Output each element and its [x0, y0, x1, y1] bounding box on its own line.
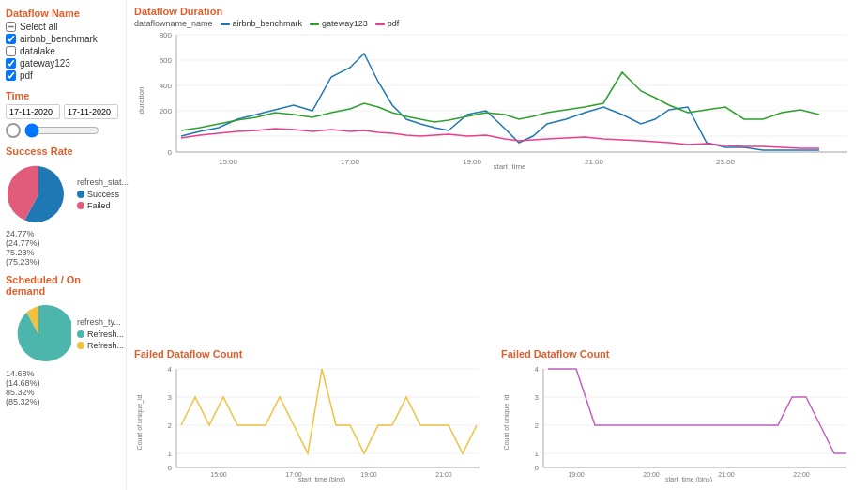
- success-legend-item: Success: [77, 190, 129, 199]
- date-to-input[interactable]: [64, 104, 118, 119]
- refresh2-pct-label: 14.68%: [6, 369, 120, 378]
- refresh-stat-label: refresh_stat...: [77, 177, 129, 187]
- svg-text:200: 200: [160, 107, 173, 115]
- checkbox-item-1: airbnb_benchmark: [6, 34, 120, 44]
- svg-text:0: 0: [168, 464, 173, 472]
- refresh2-label: Refresh...: [87, 341, 124, 350]
- checkbox-select-all[interactable]: [6, 22, 16, 32]
- refresh-ty-label: refresh_ty...: [77, 317, 124, 327]
- svg-text:2: 2: [535, 421, 540, 430]
- svg-text:0: 0: [535, 464, 540, 472]
- checkbox-label-4: pdf: [20, 70, 33, 81]
- svg-text:19:00: 19:00: [568, 471, 585, 478]
- time-slider[interactable]: [24, 123, 99, 138]
- success-rate-section: Success Rate refresh_stat... Success: [6, 145, 120, 267]
- success-pie-chart: [6, 161, 71, 227]
- time-slider-container: [6, 123, 120, 138]
- svg-text:Count of unique_id: Count of unique_id: [503, 395, 510, 451]
- checkbox-item-3: gateway123: [6, 58, 120, 69]
- pdf-legend-dot: [375, 23, 385, 25]
- date-from-input[interactable]: [6, 104, 60, 119]
- checkbox-item-2: datalake: [6, 46, 120, 56]
- svg-text:Count of unique_id: Count of unique_id: [136, 395, 144, 451]
- gateway-legend-label: gateway123: [322, 19, 368, 28]
- svg-text:3: 3: [168, 393, 173, 402]
- success-pct-label: 75.23%: [6, 248, 120, 257]
- failed-val-label: (24.77%): [6, 238, 120, 248]
- refresh2-val-label: (14.68%): [6, 378, 120, 388]
- failed-count-line: [181, 369, 477, 453]
- failed-count2-title: Failed Dataflow Count: [501, 348, 860, 360]
- scheduled-title: Scheduled / On demand: [6, 274, 120, 297]
- duration-chart-container: Dataflow Duration dataflowname_name airb…: [134, 6, 860, 343]
- dataflow-checkboxes: Select allairbnb_benchmarkdatalakegatewa…: [6, 22, 120, 81]
- svg-text:21:00: 21:00: [435, 471, 452, 478]
- svg-text:duration: duration: [137, 87, 145, 115]
- svg-text:20:00: 20:00: [643, 471, 660, 478]
- gateway-line: [181, 72, 819, 130]
- failed-count-chart-container: Failed Dataflow Count 4 3 2 1 0 Count of…: [134, 348, 494, 484]
- refresh1-pct-label: 85.32%: [6, 388, 120, 397]
- gateway-legend: gateway123: [310, 19, 368, 28]
- failed-pct-label: 24.77%: [6, 229, 120, 238]
- svg-text:17:00: 17:00: [341, 158, 360, 166]
- svg-text:1: 1: [535, 450, 540, 458]
- airbnb-legend-label: airbnb_benchmark: [233, 19, 303, 28]
- airbnb-legend-dot: [221, 23, 230, 25]
- svg-text:19:00: 19:00: [463, 158, 482, 166]
- success-rate-title: Success Rate: [6, 145, 120, 157]
- slider-handle[interactable]: [6, 123, 21, 138]
- checkbox-item-4: pdf: [6, 70, 120, 81]
- scheduled-section: Scheduled / On demand refresh_ty... Refr…: [6, 274, 120, 406]
- checkbox-item-0: Select all: [6, 22, 120, 32]
- svg-text:2: 2: [168, 421, 173, 430]
- scheduled-legend: refresh_ty... Refresh... Refresh...: [77, 317, 124, 352]
- sidebar: Dataflow Name Select allairbnb_benchmark…: [0, 0, 127, 490]
- checkbox-gateway123[interactable]: [6, 58, 16, 69]
- refresh1-val-label: (85.32%): [6, 397, 120, 406]
- checkbox-pdf[interactable]: [6, 70, 16, 81]
- svg-text:0: 0: [168, 148, 173, 157]
- svg-text:600: 600: [160, 56, 173, 65]
- checkbox-label-2: datalake: [20, 46, 55, 56]
- checkbox-label-0: Select all: [20, 22, 58, 32]
- success-legend: refresh_stat... Success Failed: [77, 177, 129, 212]
- time-title: Time: [6, 90, 120, 101]
- svg-text:19:00: 19:00: [360, 471, 377, 478]
- svg-text:start_time (bins): start_time (bins): [298, 476, 345, 482]
- refresh1-legend-item: Refresh...: [77, 329, 124, 339]
- refresh2-dot: [77, 342, 84, 349]
- svg-text:400: 400: [160, 82, 173, 90]
- success-label: Success: [87, 190, 119, 199]
- scheduled-pie-wrapper: refresh_ty... Refresh... Refresh...: [6, 301, 120, 367]
- success-val-label: (75.23%): [6, 257, 120, 267]
- svg-text:800: 800: [160, 31, 173, 39]
- svg-text:21:00: 21:00: [718, 471, 735, 478]
- refresh2-legend-item: Refresh...: [77, 341, 124, 350]
- main-content: Dataflow Duration dataflowname_name airb…: [127, 0, 868, 490]
- failed-label: Failed: [87, 201, 111, 210]
- checkbox-airbnb_benchmark[interactable]: [6, 34, 16, 44]
- checkbox-label-3: gateway123: [20, 58, 70, 69]
- success-dot: [77, 191, 84, 198]
- refresh1-label: Refresh...: [87, 329, 124, 339]
- svg-text:21:00: 21:00: [585, 158, 604, 166]
- failed-count-svg: 4 3 2 1 0 Count of unique_id 15:00 17:00…: [134, 361, 486, 482]
- failed-count-title: Failed Dataflow Count: [134, 348, 494, 360]
- refresh1-dot: [77, 330, 84, 338]
- svg-text:1: 1: [168, 450, 173, 458]
- svg-text:15:00: 15:00: [210, 471, 227, 478]
- date-range: [6, 104, 120, 119]
- svg-text:23:00: 23:00: [716, 158, 736, 166]
- pdf-legend: pdf: [375, 19, 400, 28]
- svg-text:3: 3: [535, 393, 540, 402]
- svg-text:start_time (bins): start_time (bins): [665, 476, 712, 482]
- bottom-charts: Failed Dataflow Count 4 3 2 1 0 Count of…: [134, 348, 860, 484]
- success-pie-labels: 24.77% (24.77%) 75.23% (75.23%): [6, 229, 120, 267]
- svg-text:start_time: start_time: [493, 162, 526, 169]
- success-pie-wrapper: refresh_stat... Success Failed: [6, 161, 120, 227]
- checkbox-datalake[interactable]: [6, 46, 16, 56]
- svg-text:4: 4: [535, 365, 540, 374]
- airbnb-legend: airbnb_benchmark: [221, 19, 303, 28]
- duration-chart-title: Dataflow Duration: [134, 6, 860, 17]
